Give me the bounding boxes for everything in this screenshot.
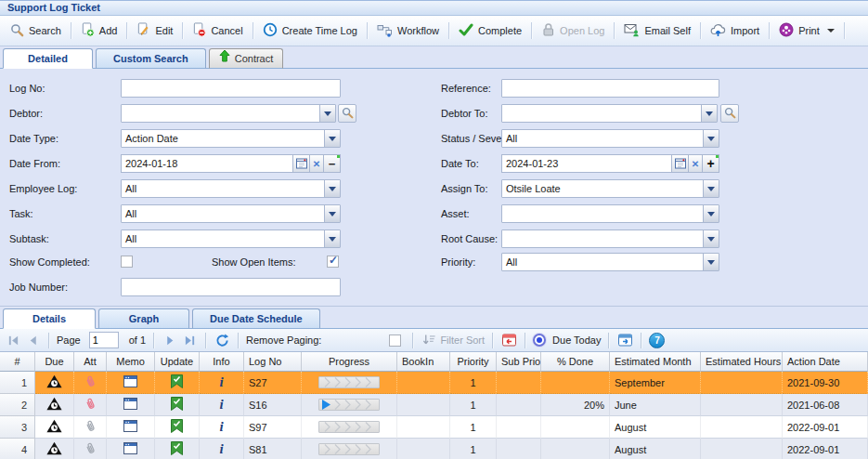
attachment-paperclip-icon[interactable] — [83, 439, 98, 458]
column-header-estimated-month[interactable]: Estimated Month — [610, 352, 701, 372]
attachment-paperclip-icon[interactable] — [83, 417, 98, 436]
memo-icon[interactable] — [123, 398, 137, 412]
tab-custom-search[interactable]: Custom Search — [96, 48, 206, 69]
clear-date-icon[interactable] — [689, 154, 703, 173]
tab-due-date-schedule[interactable]: Due Date Schedule — [192, 308, 320, 329]
filter-sort-icon[interactable] — [421, 332, 437, 348]
date-from-input[interactable]: 2024-01-18 — [121, 154, 293, 173]
tab-graph[interactable]: Graph — [98, 308, 189, 329]
column-header-att[interactable]: Att — [74, 352, 107, 372]
chevron-down-icon[interactable] — [324, 230, 340, 247]
debtor-search-button[interactable] — [338, 104, 356, 123]
table-row[interactable]: 4 i S81 1 August 2022-09-01 — [0, 439, 868, 459]
assign-to-combo[interactable]: Otsile Loate — [501, 179, 719, 198]
update-flag-icon[interactable] — [171, 397, 183, 413]
task-combo[interactable]: All — [121, 204, 341, 223]
chevron-down-icon[interactable] — [324, 180, 340, 197]
email-self-button[interactable]: Email Self — [617, 19, 697, 43]
chevron-down-icon[interactable] — [703, 130, 719, 147]
search-button[interactable]: Search — [4, 20, 68, 43]
edit-button[interactable]: Edit — [130, 19, 179, 43]
table-row[interactable]: 3 i S97 1 August 2022-09-01 — [0, 416, 868, 439]
show-completed-checkbox[interactable] — [121, 256, 133, 268]
chevron-down-icon[interactable] — [701, 105, 717, 122]
info-icon[interactable]: i — [219, 375, 223, 389]
memo-icon[interactable] — [123, 442, 137, 456]
complete-button[interactable]: Complete — [452, 20, 528, 42]
tab-detailed[interactable]: Detailed — [3, 48, 93, 69]
reference-input[interactable] — [501, 79, 719, 98]
status-severity-combo[interactable]: All — [501, 129, 719, 148]
decrement-date-button[interactable] — [324, 154, 341, 173]
info-icon[interactable]: i — [219, 398, 223, 412]
update-flag-icon[interactable] — [171, 374, 183, 390]
memo-icon[interactable] — [123, 375, 137, 389]
table-row[interactable]: 1 i S27 1 September 2021-09-30 — [0, 372, 868, 394]
root-cause-combo[interactable] — [501, 230, 719, 248]
column-header-sub-prior[interactable]: Sub Prior — [497, 352, 541, 372]
update-flag-icon[interactable] — [171, 419, 183, 435]
info-icon[interactable]: i — [219, 442, 223, 456]
priority-combo[interactable]: All — [501, 253, 719, 271]
chevron-down-icon[interactable] — [703, 205, 719, 222]
asset-combo[interactable] — [501, 204, 719, 223]
column-header-estimated-hours[interactable]: Estimated Hours — [701, 352, 783, 372]
clear-date-icon[interactable] — [310, 154, 324, 173]
date-to-input[interactable]: 2024-01-23 — [501, 154, 672, 173]
import-button[interactable]: Import — [704, 20, 766, 43]
increment-date-button[interactable] — [703, 154, 719, 173]
chevron-down-icon[interactable] — [703, 230, 719, 247]
show-open-items-checkbox[interactable] — [327, 256, 339, 268]
column-header-log-no[interactable]: Log No — [244, 352, 302, 372]
column-header-memo[interactable]: Memo — [107, 352, 155, 372]
column-header-action-date[interactable]: Action Date — [783, 352, 868, 372]
job-number-input[interactable] — [121, 278, 341, 296]
date-type-combo[interactable]: Action Date — [121, 129, 341, 148]
chevron-down-icon[interactable] — [703, 254, 719, 270]
create-time-log-button[interactable]: Create Time Log — [256, 19, 364, 43]
column-header-progress[interactable]: Progress — [302, 352, 397, 372]
column-header-bookin[interactable]: BookIn — [397, 352, 450, 372]
remove-paging-checkbox[interactable] — [389, 334, 401, 347]
previous-page-icon[interactable] — [24, 332, 41, 348]
tab-contract[interactable]: Contract — [209, 48, 284, 69]
cancel-button[interactable]: Cancel — [186, 19, 249, 43]
column-header-info[interactable]: Info — [200, 352, 244, 372]
tab-details[interactable]: Details — [3, 308, 96, 329]
chevron-down-icon[interactable] — [703, 180, 719, 197]
last-page-icon[interactable] — [181, 332, 198, 348]
info-icon[interactable]: i — [219, 420, 223, 434]
debtor-to-search-button[interactable] — [720, 104, 739, 123]
employee-log-combo[interactable]: All — [121, 179, 341, 198]
calendar-icon[interactable] — [293, 154, 310, 173]
attachment-paperclip-icon[interactable] — [83, 395, 98, 413]
debtor-to-combo[interactable] — [501, 104, 718, 123]
column-header-pct-done[interactable]: % Done — [541, 352, 610, 372]
column-header-update[interactable]: Update — [155, 352, 200, 372]
column-header-num[interactable]: # — [0, 352, 35, 372]
print-button[interactable]: Print — [772, 19, 841, 43]
refresh-icon[interactable] — [214, 332, 230, 348]
calendar-icon[interactable] — [672, 154, 689, 173]
attachment-paperclip-icon[interactable] — [83, 373, 98, 391]
table-row[interactable]: 2 i S16 1 20% June 2021-06-08 — [0, 394, 868, 416]
debtor-combo[interactable] — [121, 104, 336, 123]
next-page-icon[interactable] — [162, 332, 178, 348]
page-number-input[interactable] — [89, 332, 119, 348]
chevron-down-icon[interactable] — [324, 205, 340, 222]
subtask-combo[interactable]: All — [121, 230, 341, 248]
chevron-down-icon[interactable] — [319, 105, 335, 122]
log-no-input[interactable] — [121, 79, 341, 98]
previous-due-date-icon[interactable] — [500, 332, 517, 348]
next-due-date-icon[interactable] — [616, 332, 633, 348]
open-log-button[interactable]: Open Log — [535, 19, 611, 43]
add-button[interactable]: Add — [74, 19, 124, 43]
memo-icon[interactable] — [123, 420, 137, 434]
chevron-down-icon[interactable] — [324, 130, 340, 147]
update-flag-icon[interactable] — [171, 441, 183, 457]
due-today-radio[interactable] — [533, 334, 546, 347]
column-header-priority[interactable]: Priority — [450, 352, 497, 372]
first-page-icon[interactable] — [5, 332, 21, 348]
workflow-button[interactable]: Workflow — [370, 20, 446, 43]
column-header-due[interactable]: Due — [35, 352, 74, 372]
